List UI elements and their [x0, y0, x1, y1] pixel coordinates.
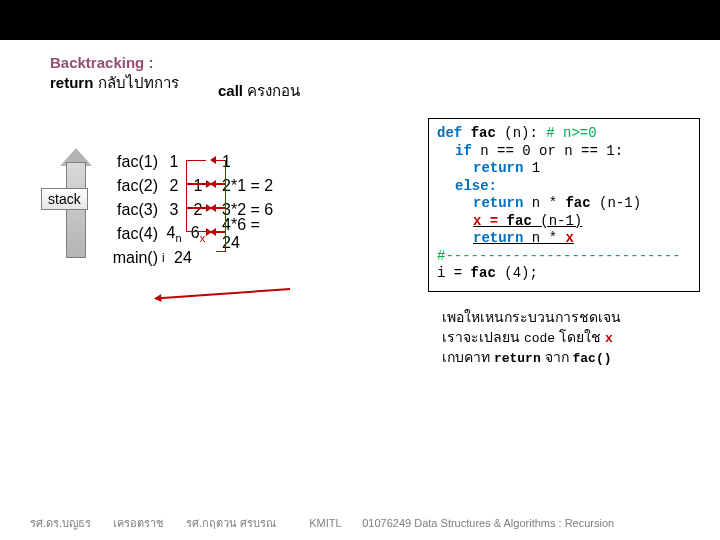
i-label: i	[162, 251, 174, 265]
bracket-icon	[186, 160, 206, 184]
bracket-icon	[186, 184, 206, 208]
code-line: return 1	[437, 160, 691, 178]
bracket-icon	[216, 184, 226, 208]
code-separator: #----------------------------	[437, 248, 691, 266]
heading-thai: กลับไปทการ	[93, 74, 178, 91]
return-value: 2	[162, 177, 186, 195]
call-bold: call	[218, 82, 243, 99]
bracket-icon	[216, 232, 226, 252]
bracket-icon	[216, 160, 226, 184]
note-text: เพอใหเหนกระบวนการชดเจน เราจะเปลยน code โ…	[442, 308, 702, 368]
call-label: call ครงกอน	[218, 79, 300, 103]
footer-author1b: เครอตราช	[113, 514, 183, 532]
arrow-left-icon	[210, 228, 216, 236]
return-value: 3	[162, 201, 186, 219]
main-value: 24	[174, 249, 198, 267]
main-label: main()	[100, 249, 162, 267]
code-line: else:	[437, 178, 691, 196]
stack-frame-label: fac(1)	[100, 153, 162, 171]
return-value: 4n	[162, 224, 186, 244]
footer-org: KMITL	[309, 517, 359, 529]
stack-grid: fac(1) 1 1 fac(2) 2 1 2*1 = 2 fac(3) 3 2…	[100, 150, 280, 270]
content-area: Backtracking : return กลับไปทการ call คร…	[0, 40, 720, 95]
long-arrow-icon	[155, 288, 290, 299]
call-rest: ครงกอน	[243, 82, 300, 99]
code-block: def fac (n): # n>=0 if n == 0 or n == 1:…	[428, 118, 700, 292]
note-line: เกบคาท return จาก fac()	[442, 348, 702, 368]
x-sublabel: x	[200, 232, 206, 244]
code-line: return n * x	[437, 230, 691, 248]
stack-frame-label: fac(3)	[100, 201, 162, 219]
top-bar	[0, 0, 720, 40]
return-value: 1	[162, 153, 186, 171]
footer-author1: รศ.ดร.บญธร	[30, 514, 110, 532]
heading-line2: return กลับไปทการ	[50, 71, 720, 95]
stack-label: stack	[41, 188, 88, 210]
code-line: x = fac (n-1)	[437, 213, 691, 231]
stack-frame-label: fac(4)	[100, 225, 162, 243]
arrow-left-icon	[210, 204, 216, 212]
footer-course: 01076249 Data Structures & Algorithms : …	[362, 517, 614, 529]
note-line: เพอใหเหนกระบวนการชดเจน	[442, 308, 702, 328]
n-sublabel: n	[175, 232, 181, 244]
code-line: def fac (n): # n>=0	[437, 125, 691, 143]
bracket-icon	[216, 208, 226, 232]
note-line: เราจะเปลยน code โดยใช x	[442, 328, 702, 348]
arrow-left-icon	[210, 180, 216, 188]
arrow-shaft	[66, 162, 86, 258]
code-line: return n * fac (n-1)	[437, 195, 691, 213]
heading-return: return	[50, 74, 93, 91]
code-line: if n == 0 or n == 1:	[437, 143, 691, 161]
footer-author2: รศ.กฤตวน ศรบรณ	[186, 514, 306, 532]
bracket-icon	[186, 208, 206, 232]
arrow-left-icon	[210, 156, 216, 164]
heading-line1: Backtracking :	[50, 54, 720, 71]
footer: รศ.ดร.บญธร เครอตราช รศ.กฤตวน ศรบรณ KMITL…	[0, 514, 720, 532]
stack-frame-label: fac(2)	[100, 177, 162, 195]
code-line: i = fac (4);	[437, 265, 691, 283]
